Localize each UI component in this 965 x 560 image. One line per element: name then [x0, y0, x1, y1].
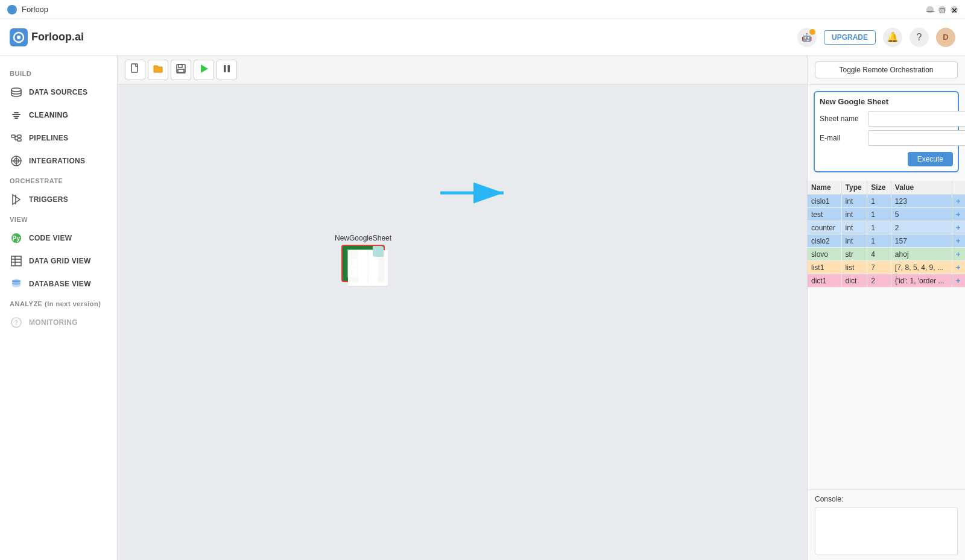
- form-title: New Google Sheet: [820, 97, 953, 106]
- pause-icon: [221, 63, 232, 77]
- var-type: int: [841, 234, 867, 248]
- var-add-button[interactable]: +: [952, 261, 965, 274]
- sidebar-item-code-view[interactable]: Py CODE VIEW: [0, 227, 117, 250]
- email-row: E-mail: [820, 130, 953, 146]
- svg-rect-34: [228, 65, 230, 72]
- svg-rect-4: [13, 116, 19, 117]
- var-add-button[interactable]: +: [952, 208, 965, 221]
- table-row: test int 1 5 +: [808, 208, 965, 221]
- sidebar-item-data-sources[interactable]: DATA SOURCES: [0, 81, 117, 104]
- svg-rect-28: [131, 64, 138, 72]
- var-value: 5: [891, 208, 952, 221]
- code-view-icon: Py: [10, 231, 23, 245]
- canvas-arrow: [437, 178, 516, 210]
- sidebar-item-cleaning[interactable]: CLEANING: [0, 104, 117, 127]
- pause-button[interactable]: [217, 60, 237, 80]
- analyze-section-label: ANALYZE (In next version): [0, 295, 117, 311]
- upgrade-button[interactable]: UPGRADE: [824, 30, 876, 45]
- var-add-button[interactable]: +: [952, 195, 965, 208]
- header: Forloop.ai 🤖 UPGRADE 🔔 ? D: [0, 19, 965, 55]
- var-type: dict: [841, 274, 867, 288]
- console-label: Console:: [815, 495, 958, 503]
- close-button[interactable]: ✕: [951, 6, 958, 13]
- var-type: int: [841, 195, 867, 208]
- var-size: 1: [867, 234, 891, 248]
- col-type: Type: [841, 181, 867, 195]
- run-button[interactable]: [194, 60, 214, 80]
- integrations-label: INTEGRATIONS: [29, 157, 85, 165]
- data-grid-icon: [10, 254, 23, 268]
- save-button[interactable]: [171, 60, 191, 80]
- right-panel-top: Toggle Remote Orchestration: [808, 55, 965, 85]
- app-name: Forloop: [22, 5, 48, 14]
- sidebar-item-integrations[interactable]: INTEGRATIONS: [0, 149, 117, 172]
- var-table: Name Type Size Value cislo1 int 1 123 + …: [808, 181, 965, 288]
- sidebar: BUILD DATA SOURCES CLEANING PIPELINES IN…: [0, 55, 118, 560]
- var-add-button[interactable]: +: [952, 234, 965, 248]
- build-section-label: BUILD: [0, 65, 117, 81]
- var-add-button[interactable]: +: [952, 274, 965, 288]
- ai-button[interactable]: 🤖: [797, 28, 817, 47]
- open-file-button[interactable]: [148, 60, 168, 80]
- sheet-name-input[interactable]: [868, 111, 965, 127]
- bell-icon: 🔔: [887, 31, 899, 43]
- workspace: NewGoogleSheet: [118, 55, 807, 560]
- svg-rect-6: [14, 112, 19, 113]
- right-panel: Toggle Remote Orchestration New Google S…: [807, 55, 965, 560]
- header-title: Forloop.ai: [31, 31, 84, 43]
- email-label: E-mail: [820, 134, 868, 142]
- maximize-button[interactable]: □: [938, 6, 946, 13]
- sidebar-item-pipelines[interactable]: PIPELINES: [0, 127, 117, 149]
- notifications-button[interactable]: 🔔: [883, 28, 902, 47]
- header-logo-area: Forloop.ai: [10, 28, 84, 46]
- var-add-button[interactable]: +: [952, 221, 965, 234]
- view-section-label: VIEW: [0, 211, 117, 227]
- help-button[interactable]: ?: [910, 28, 929, 47]
- save-icon: [176, 63, 186, 77]
- sheet-name-row: Sheet name: [820, 111, 953, 127]
- variables-table: Name Type Size Value cislo1 int 1 123 + …: [808, 181, 965, 489]
- svg-rect-21: [11, 256, 21, 266]
- sidebar-item-database-view[interactable]: DATABASE VIEW: [0, 272, 117, 295]
- integrations-icon: [10, 154, 23, 168]
- canvas-area: NewGoogleSheet: [118, 84, 807, 560]
- var-size: 2: [867, 274, 891, 288]
- new-file-button[interactable]: [125, 60, 145, 80]
- monitoring-label: MONITORING: [29, 318, 78, 327]
- table-row: slovo str 4 ahoj +: [808, 248, 965, 261]
- execute-button[interactable]: Execute: [908, 152, 953, 166]
- minimize-button[interactable]: —: [926, 6, 934, 13]
- var-name: counter: [808, 221, 841, 234]
- sheet-name-label: Sheet name: [820, 115, 868, 123]
- new-file-icon: [130, 63, 141, 77]
- var-add-button[interactable]: +: [952, 248, 965, 261]
- window-controls[interactable]: — □ ✕: [926, 6, 958, 13]
- folder-icon: [153, 63, 163, 77]
- svg-rect-8: [17, 135, 21, 137]
- sidebar-item-monitoring[interactable]: ? MONITORING: [0, 311, 117, 334]
- svg-rect-3: [12, 114, 21, 115]
- sidebar-item-data-grid-view[interactable]: DATA GRID VIEW: [0, 250, 117, 272]
- app-logo-icon: [7, 5, 17, 14]
- forloop-logo: [10, 28, 28, 46]
- google-sheet-node[interactable]: NewGoogleSheet: [335, 234, 391, 282]
- data-sources-label: DATA SOURCES: [29, 88, 87, 96]
- user-avatar[interactable]: D: [936, 28, 955, 47]
- node-corner-fold: [373, 246, 384, 257]
- email-input[interactable]: [868, 130, 965, 146]
- titlebar: Forloop — □ ✕: [0, 0, 965, 19]
- svg-point-2: [11, 88, 21, 92]
- svg-rect-5: [14, 118, 18, 119]
- orchestrate-section-label: ORCHESTRATE: [0, 172, 117, 188]
- sidebar-item-triggers[interactable]: TRIGGERS: [0, 188, 117, 211]
- svg-marker-32: [201, 64, 208, 73]
- table-row: list1 list 7 [7, 8, 5, 4, 9, ... +: [808, 261, 965, 274]
- var-size: 4: [867, 248, 891, 261]
- database-view-icon: [10, 277, 23, 291]
- svg-point-1: [17, 36, 21, 39]
- svg-rect-31: [178, 69, 184, 72]
- toggle-remote-button[interactable]: Toggle Remote Orchestration: [815, 61, 958, 78]
- var-size: 1: [867, 195, 891, 208]
- ai-notification-dot: [809, 29, 815, 35]
- node-icon[interactable]: [341, 245, 385, 282]
